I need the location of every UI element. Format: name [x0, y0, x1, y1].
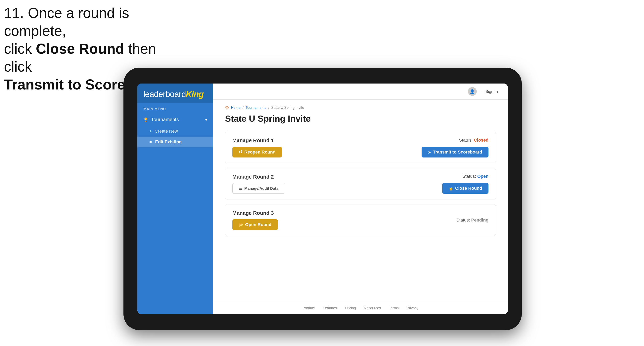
reopen-round-label: Reopen Round — [244, 150, 276, 155]
sign-in-area[interactable]: Sign In — [468, 87, 498, 96]
footer-resources[interactable]: Resources — [364, 306, 381, 310]
breadcrumb-current: State U Spring Invite — [271, 106, 304, 110]
round-2-section: Manage Round 2 ☰ Manage/Audit Data Statu… — [225, 168, 496, 199]
user-icon — [470, 89, 475, 94]
tablet-screen: leaderboardKing MAIN MENU Tournaments Cr… — [138, 84, 508, 314]
round-2-title: Manage Round 2 — [232, 174, 285, 180]
round-1-title: Manage Round 1 — [232, 137, 282, 144]
round-2-status-value: Open — [477, 174, 488, 179]
sidebar-tournaments-inner: Tournaments — [144, 117, 179, 122]
chevron-down-icon — [205, 117, 207, 122]
app-layout: leaderboardKing MAIN MENU Tournaments Cr… — [138, 84, 508, 314]
top-bar: Sign In — [213, 84, 508, 100]
sidebar-edit-existing-label: Edit Existing — [155, 139, 182, 145]
round-2-status: Status: Open — [462, 174, 488, 179]
close-round-label: Close Round — [455, 186, 482, 191]
logo-king: King — [186, 89, 204, 99]
round-3-section: Manage Round 3 Open Round Status: Pendin… — [225, 204, 496, 236]
round-3-right: Status: Pending — [456, 217, 488, 223]
send-icon — [428, 150, 431, 155]
refresh-icon — [239, 150, 242, 155]
content-area: Home / Tournaments / State U Spring Invi… — [213, 100, 508, 302]
round-3-status-value: Pending — [471, 217, 488, 222]
lock-icon — [449, 186, 453, 191]
round-2-right: Status: Open Close Round — [442, 174, 488, 194]
edit-icon — [149, 139, 152, 145]
plus-icon — [149, 129, 152, 134]
page-title: State U Spring Invite — [225, 114, 496, 124]
round-3-left: Manage Round 3 Open Round — [232, 210, 278, 230]
manage-audit-button[interactable]: ☰ Manage/Audit Data — [232, 183, 285, 194]
breadcrumb-tournaments[interactable]: Tournaments — [246, 106, 266, 110]
tablet-device: leaderboardKing MAIN MENU Tournaments Cr… — [124, 68, 522, 330]
footer-features[interactable]: Features — [323, 306, 337, 310]
footer-product[interactable]: Product — [302, 306, 315, 310]
round-2-left: Manage Round 2 ☰ Manage/Audit Data — [232, 174, 285, 194]
reopen-round-button[interactable]: Reopen Round — [232, 147, 282, 158]
manage-audit-label: Manage/Audit Data — [244, 186, 278, 191]
open-round-label: Open Round — [245, 222, 272, 227]
main-content: Sign In Home / Tournaments / State U Spr… — [213, 84, 508, 314]
main-menu-label: MAIN MENU — [138, 103, 213, 113]
round-1-right: Status: Closed Transmit to Scoreboard — [422, 138, 488, 158]
round-1-section: Manage Round 1 Reopen Round Status: Clos… — [225, 132, 496, 163]
breadcrumb-sep1: / — [242, 106, 244, 110]
open-round-button[interactable]: Open Round — [232, 219, 278, 230]
footer-privacy[interactable]: Privacy — [407, 306, 418, 310]
home-icon — [225, 106, 229, 110]
breadcrumb-home[interactable]: Home — [231, 106, 240, 110]
logo-leaderboard: leaderboard — [144, 89, 186, 99]
breadcrumb-sep2: / — [268, 106, 269, 110]
trophy-icon — [144, 117, 148, 122]
sidebar-tournaments-label: Tournaments — [151, 117, 179, 122]
round-1-status: Status: Closed — [459, 138, 488, 143]
footer-pricing[interactable]: Pricing — [345, 306, 356, 310]
sidebar-edit-existing[interactable]: Edit Existing — [138, 137, 213, 147]
breadcrumb: Home / Tournaments / State U Spring Invi… — [225, 106, 496, 110]
instruction-line1: 11. Once a round is complete, — [4, 5, 129, 39]
transmit-label: Transmit to Scoreboard — [433, 150, 482, 155]
instruction-line2-prefix: click — [4, 41, 36, 57]
round-1-left: Manage Round 1 Reopen Round — [232, 137, 282, 158]
instruction-close-round: Close Round — [36, 41, 124, 57]
round-3-status: Status: Pending — [456, 217, 488, 223]
avatar — [468, 87, 477, 96]
footer-terms[interactable]: Terms — [389, 306, 399, 310]
footer: Product Features Pricing Resources Terms… — [213, 302, 508, 314]
open-icon — [239, 222, 243, 227]
logo: leaderboardKing — [144, 89, 207, 99]
sidebar-create-new-label: Create New — [155, 129, 178, 134]
sidebar-item-tournaments[interactable]: Tournaments — [138, 113, 213, 126]
sign-in-label: Sign In — [486, 89, 498, 94]
sidebar-logo: leaderboardKing — [138, 84, 213, 103]
round-3-title: Manage Round 3 — [232, 210, 278, 216]
signin-icon — [479, 89, 483, 94]
sidebar: leaderboardKing MAIN MENU Tournaments Cr… — [138, 84, 213, 314]
sidebar-create-new[interactable]: Create New — [138, 126, 213, 137]
transmit-to-scoreboard-button[interactable]: Transmit to Scoreboard — [422, 147, 488, 158]
round-1-status-value: Closed — [474, 138, 488, 143]
manage-audit-icon: ☰ — [239, 186, 242, 191]
close-round-button[interactable]: Close Round — [442, 183, 488, 194]
